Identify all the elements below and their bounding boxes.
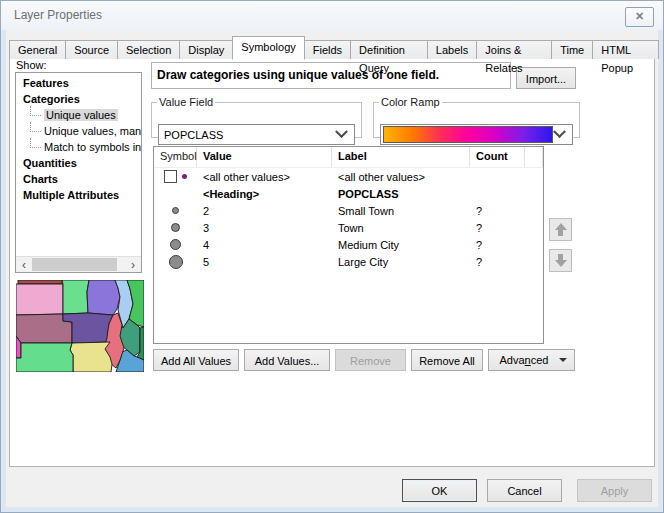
column-header-count[interactable]: Count <box>470 147 525 167</box>
remove-button: Remove <box>335 349 406 371</box>
color-ramp-group: Color Ramp <box>373 96 580 138</box>
tree-item-charts[interactable]: Charts <box>16 171 141 187</box>
table-row-value-5[interactable]: 5 Large City ? <box>154 253 543 270</box>
arrow-down-icon <box>555 260 567 267</box>
move-down-button[interactable] <box>549 249 572 272</box>
tree-item-multiple-attributes[interactable]: Multiple Attributes <box>16 187 141 203</box>
scrollbar-thumb[interactable] <box>32 258 117 271</box>
arrow-up-icon <box>555 223 567 230</box>
tab-selection[interactable]: Selection <box>117 40 180 59</box>
tab-symbology[interactable]: Symbology <box>232 36 304 60</box>
tree-item-unique-values[interactable]: Unique values <box>16 107 141 123</box>
tab-display[interactable]: Display <box>179 40 233 59</box>
point-symbol-icon[interactable] <box>170 239 181 250</box>
tab-source[interactable]: Source <box>65 40 118 59</box>
point-symbol-icon[interactable] <box>171 223 180 232</box>
apply-button: Apply <box>577 479 652 502</box>
tree-item-features[interactable]: Features <box>16 75 141 91</box>
color-ramp-swatch <box>383 126 553 143</box>
point-symbol-icon[interactable] <box>182 174 187 179</box>
map-state <box>70 342 112 372</box>
tab-bar: General Source Selection Display Symbolo… <box>9 38 658 59</box>
renderer-description: Draw categories using unique values of o… <box>151 62 511 89</box>
value-field-selected: POPCLASS <box>159 129 337 141</box>
scroll-right-icon[interactable]: › <box>125 258 141 272</box>
tab-definition-query[interactable]: Definition Query <box>350 40 428 59</box>
point-symbol-icon[interactable] <box>172 207 179 214</box>
column-header-value[interactable]: Value <box>197 147 332 167</box>
color-ramp-legend: Color Ramp <box>379 96 442 108</box>
chevron-down-icon <box>335 125 348 138</box>
value-field-dropdown[interactable]: POPCLASS <box>158 124 355 145</box>
tab-general[interactable]: General <box>9 40 66 59</box>
close-icon[interactable]: ✕ <box>625 7 654 27</box>
tab-html-popup[interactable]: HTML Popup <box>592 40 659 59</box>
column-header-label[interactable]: Label <box>332 147 470 167</box>
dialog-client-area: General Source Selection Display Symbolo… <box>6 30 658 507</box>
table-row-value-4[interactable]: 4 Medium City ? <box>154 236 543 253</box>
tab-time[interactable]: Time <box>551 40 593 59</box>
tab-labels[interactable]: Labels <box>427 40 477 59</box>
tree-horizontal-scrollbar[interactable]: ‹ › <box>16 256 141 272</box>
tab-joins-relates[interactable]: Joins & Relates <box>476 40 552 59</box>
point-symbol-icon[interactable] <box>169 255 183 269</box>
titlebar[interactable]: Layer Properties ✕ <box>1 1 663 30</box>
renderer-tree: Features Categories Unique values Unique… <box>15 72 142 273</box>
symbology-page: Show: Features Categories Unique values … <box>9 58 655 467</box>
tab-fields[interactable]: Fields <box>304 40 351 59</box>
remove-all-button[interactable]: Remove All <box>411 349 483 371</box>
tree-item-categories[interactable]: Categories <box>16 91 141 107</box>
table-row-value-3[interactable]: 3 Town ? <box>154 219 543 236</box>
map-preview-thumbnail <box>16 280 144 372</box>
tree-item-quantities[interactable]: Quantities <box>16 155 141 171</box>
chevron-down-icon <box>553 125 566 138</box>
map-state <box>87 280 120 315</box>
table-row-all-other-values[interactable]: <all other values> <all other values> <box>154 168 543 185</box>
ok-button[interactable]: OK <box>402 479 477 502</box>
map-state <box>16 284 63 315</box>
scroll-left-icon[interactable]: ‹ <box>16 258 32 272</box>
table-row-value-2[interactable]: 2 Small Town ? <box>154 202 543 219</box>
tree-item-unique-values-many[interactable]: Unique values, many <box>16 123 141 139</box>
all-other-values-checkbox[interactable] <box>164 170 177 183</box>
column-header-symbol[interactable]: Symbol <box>154 147 197 167</box>
map-state <box>18 280 62 284</box>
add-values-button[interactable]: Add Values... <box>244 349 330 371</box>
dropdown-caret-icon <box>559 358 567 362</box>
tree-item-match-symbols[interactable]: Match to symbols in a <box>16 139 141 155</box>
layer-properties-dialog: Layer Properties ✕ General Source Select… <box>0 0 664 513</box>
show-label: Show: <box>16 59 47 71</box>
color-ramp-dropdown[interactable] <box>380 124 573 145</box>
table-row-heading[interactable]: <Heading> POPCLASS <box>154 185 543 202</box>
import-button[interactable]: Import... <box>516 67 576 89</box>
add-all-values-button[interactable]: Add All Values <box>153 349 239 371</box>
move-up-button[interactable] <box>549 218 572 241</box>
table-header: Symbol Value Label Count <box>154 147 543 168</box>
advanced-button[interactable]: Advanced <box>488 349 575 371</box>
unique-values-table: Symbol Value Label Count <all other valu… <box>153 146 544 344</box>
value-field-group: Value Field POPCLASS <box>151 96 362 138</box>
map-state <box>62 280 89 314</box>
map-state <box>16 343 73 372</box>
cancel-button[interactable]: Cancel <box>487 479 562 502</box>
window-title: Layer Properties <box>14 1 102 30</box>
value-field-legend: Value Field <box>157 96 215 108</box>
